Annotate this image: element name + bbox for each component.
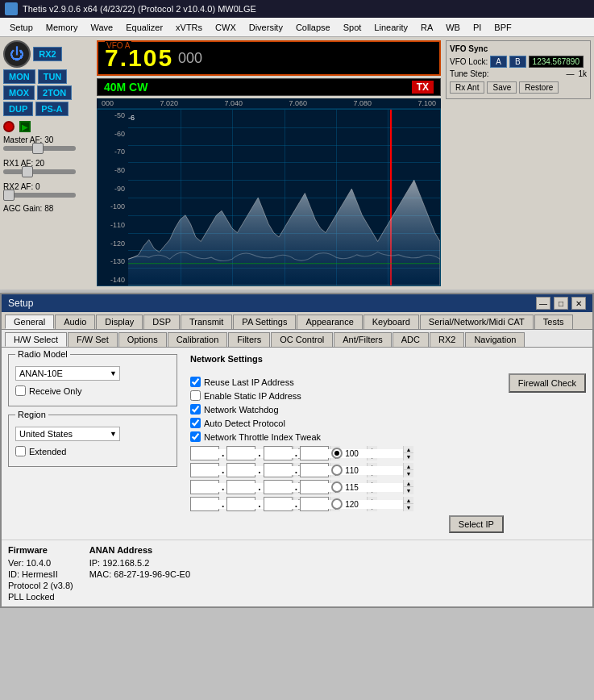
close-button[interactable]: ✕ [571,297,586,310]
spin-down-r0-o3[interactable]: ▼ [404,453,413,460]
subtab-h-w-select[interactable]: H/W Select [5,332,67,347]
menu-item-xvtrs[interactable]: xVTRs [169,21,209,34]
spin-up-r1-o3[interactable]: ▲ [404,463,413,470]
menu-item-diversity[interactable]: Diversity [243,21,289,34]
menu-item-ra[interactable]: RA [414,21,439,34]
tab-dsp[interactable]: DSP [143,315,180,329]
ip-radio-r2[interactable] [331,481,343,493]
ip-value-r3-o3[interactable] [301,500,403,509]
menu-item-pi[interactable]: PI [467,21,488,34]
dup-button[interactable]: DUP [3,102,33,116]
menu-item-bpf[interactable]: BPF [488,21,517,34]
anan-mac: MAC: 68-27-19-96-9C-E0 [89,569,190,579]
extended-checkbox[interactable] [15,446,26,456]
menu-item-wb[interactable]: WB [439,21,467,34]
spin-up-r2-o3[interactable]: ▲ [404,480,413,487]
ip-value-r1-o3[interactable] [301,466,403,475]
tab-appearance[interactable]: Appearance [297,315,362,329]
vfo-subfreq: 000 [178,50,202,67]
record-indicator [3,121,15,132]
ip-dot: . [295,498,297,510]
vfo-mode: 40M CW [104,81,147,94]
firewall-check-button[interactable]: Firewall Check [509,373,586,393]
rx-ant-button[interactable]: Rx Ant [450,81,484,94]
subtab-navigation[interactable]: Navigation [465,332,525,347]
subtab-options[interactable]: Options [118,332,167,347]
tab-pa-settings[interactable]: PA Settings [233,315,296,329]
tune-step-val: — [566,69,574,78]
play-button[interactable]: ▶ [19,121,31,132]
tab-keyboard[interactable]: Keyboard [363,315,419,329]
rx1-af-slider[interactable] [3,169,76,174]
subtab-adc[interactable]: ADC [393,332,429,347]
network-cb-4[interactable] [190,431,201,442]
spin-down-r3-o3[interactable]: ▼ [404,504,413,511]
ip-spinbox-r3-o3: ▲▼ [300,497,329,511]
network-cb-1[interactable] [190,390,201,401]
agc-gain-label: AGC Gain: 88 [3,204,92,213]
tab-serial-network-midi-cat[interactable]: Serial/Network/Midi CAT [420,315,534,329]
vfo-label: VFO A [105,41,131,50]
mon-button[interactable]: MON [3,69,35,84]
subtab-ant-filters[interactable]: Ant/Filters [334,332,392,347]
vfo-area: VFO A 7.105 000 40M CW TX 000 7.020 7.04… [97,40,441,286]
spin-down-r1-o3[interactable]: ▼ [404,470,413,477]
menu-item-collapse[interactable]: Collapse [289,21,337,34]
network-cb-0[interactable] [190,377,201,387]
menu-item-setup[interactable]: Setup [3,21,39,34]
menu-item-wave[interactable]: Wave [84,21,119,34]
ip-radio-r0[interactable] [331,448,343,459]
subtab-rx2[interactable]: RX2 [430,332,464,347]
vfo-lock-label: VFO Lock: [450,57,488,66]
menu-item-equalizer[interactable]: Equalizer [119,21,169,34]
tab-general[interactable]: General [5,315,54,329]
ip-value-r2-o3[interactable] [301,483,403,492]
ip-value-r0-o3[interactable] [301,449,403,458]
tun-button[interactable]: TUN [38,69,68,84]
subtab-calibration[interactable]: Calibration [168,332,228,347]
spin-down-r2-o3[interactable]: ▼ [404,487,413,494]
vfo-a-button[interactable]: A [490,56,507,68]
menu-item-cwx[interactable]: CWX [209,21,243,34]
subtab-f-w-set[interactable]: F/W Set [68,332,118,347]
menu-item-memory[interactable]: Memory [39,21,85,34]
ip-row-1: ▲▼.▲▼.▲▼.▲▼ [190,463,504,477]
radio-model-select[interactable]: ANAN-10E [15,366,120,381]
firmware-col: Firmware Ver: 10.4.0 ID: HermesII Protoc… [8,545,73,602]
master-af-slider[interactable] [3,146,76,151]
maximize-button[interactable]: □ [554,297,568,310]
menu-item-linearity[interactable]: Linearity [368,21,414,34]
rx2-af-slider[interactable] [3,193,76,198]
select-ip-button[interactable]: Select IP [449,515,504,533]
vfo-sync-area: VFO Sync VFO Lock: A B 1234.567890 Tune … [446,40,591,99]
save-button[interactable]: Save [487,81,517,94]
menu-item-spot[interactable]: Spot [337,21,368,34]
rx1-af-label: RX1 AF: 20 [3,159,92,168]
network-cb-2[interactable] [190,404,201,415]
power-icon: ⏻ [10,46,24,63]
twotone-button[interactable]: 2TON [37,85,72,100]
rx2-button[interactable]: RX2 [33,47,62,61]
spin-up-r0-o3[interactable]: ▲ [404,446,413,453]
minimize-button[interactable]: — [536,297,550,310]
subtab-filters[interactable]: Filters [228,332,270,347]
restore-button[interactable]: Restore [519,81,559,94]
ip-radio-r3[interactable] [331,498,343,510]
spin-up-r3-o3[interactable]: ▲ [404,497,413,504]
power-button[interactable]: ⏻ [3,40,31,68]
subtab-oc-control[interactable]: OC Control [271,332,333,347]
psa-button[interactable]: PS-A [35,102,68,116]
tab-display[interactable]: Display [96,315,143,329]
ip-radio-r1[interactable] [331,465,343,476]
tab-audio[interactable]: Audio [55,315,95,329]
tab-tests[interactable]: Tests [534,315,573,329]
window-controls: — □ ✕ [536,297,586,310]
mox-button[interactable]: MOX [3,85,35,100]
vfo-b-button[interactable]: B [509,56,526,68]
ip-row-3: ▲▼.▲▼.▲▼.▲▼ [190,497,504,511]
receive-only-checkbox[interactable] [15,385,26,396]
region-select[interactable]: United States [15,427,120,441]
network-cb-3[interactable] [190,418,201,428]
tab-transmit[interactable]: Transmit [181,315,232,329]
ip-spinbox-r3-o0: ▲▼ [190,497,219,511]
